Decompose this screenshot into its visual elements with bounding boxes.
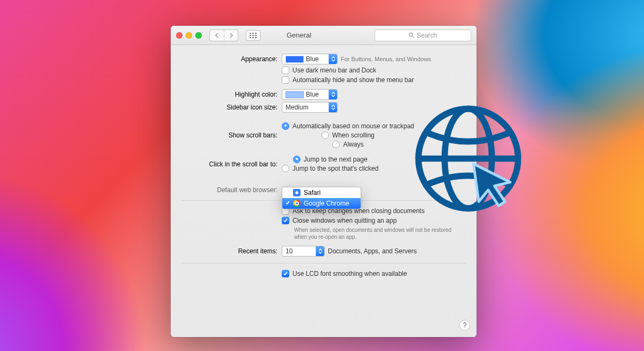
scrollbars-label: Show scroll bars: [171, 131, 282, 139]
sidebar-size-label: Sidebar icon size: [171, 104, 282, 111]
separator [181, 263, 466, 264]
recent-items-popup[interactable]: 10 [282, 246, 325, 257]
default-browser-menu[interactable]: Safari Google Chrome [282, 187, 361, 209]
scrollbars-opt-always[interactable]: Always [332, 141, 363, 148]
svg-point-9 [409, 33, 413, 36]
close-icon[interactable] [176, 32, 182, 39]
browser-option-chrome[interactable]: Google Chrome [282, 198, 361, 209]
back-button[interactable] [210, 30, 224, 41]
chevron-updown-icon [328, 54, 337, 64]
appearance-value: Blue [306, 55, 319, 63]
recent-items-value: 10 [286, 247, 292, 255]
chevron-updown-icon [316, 246, 324, 256]
default-browser-label: Default web browser: [171, 186, 282, 194]
scrollclick-opt-next[interactable]: Jump to the next page [293, 156, 368, 163]
titlebar: General Search [171, 26, 477, 45]
chrome-icon [293, 200, 301, 207]
chevron-updown-icon [328, 103, 337, 112]
blue-swatch-icon [286, 56, 304, 63]
dark-menu-checkbox[interactable]: Use dark menu bar and Dock [282, 67, 376, 74]
scrollbars-opt-scrolling[interactable]: When scrolling [321, 131, 375, 139]
scrollclick-label: Click in the scroll bar to: [171, 160, 282, 168]
close-windows-note: When selected, open documents and window… [294, 226, 455, 240]
check-icon [285, 200, 290, 207]
search-icon [408, 32, 414, 38]
sidebar-size-popup[interactable]: Medium [282, 102, 338, 113]
window-title: General [228, 31, 370, 39]
scrollclick-opt-spot[interactable]: Jump to the spot that's clicked [282, 165, 378, 172]
recent-items-label: Recent items: [171, 247, 282, 255]
appearance-popup[interactable]: Blue [282, 54, 338, 64]
chevron-updown-icon [328, 90, 337, 99]
highlight-popup[interactable]: Blue [282, 89, 338, 100]
close-windows-quit-checkbox[interactable]: Close windows when quitting an app [282, 217, 397, 224]
traffic-lights [176, 32, 202, 39]
lcd-smoothing-checkbox[interactable]: Use LCD font smoothing when available [282, 270, 407, 277]
svg-line-10 [413, 36, 414, 38]
highlight-label: Highlight color: [171, 91, 282, 98]
highlight-value: Blue [306, 91, 319, 98]
recent-items-suffix: Documents, Apps, and Servers [328, 247, 416, 255]
search-placeholder: Search [416, 32, 437, 39]
zoom-icon[interactable] [195, 32, 202, 39]
search-input[interactable]: Search [375, 30, 471, 41]
help-button[interactable]: ? [459, 320, 470, 331]
appearance-hint: For Buttons, Menus, and Windows [341, 56, 431, 62]
browser-option-safari[interactable]: Safari [282, 187, 361, 198]
auto-hide-menu-checkbox[interactable]: Automatically hide and show the menu bar [282, 76, 414, 84]
sidebar-size-value: Medium [286, 104, 309, 111]
minimize-icon[interactable] [186, 32, 192, 39]
highlight-swatch-icon [286, 91, 304, 98]
preferences-content: Appearance: Blue For Buttons, Menus, and… [171, 45, 477, 288]
system-preferences-window: General Search Appearance: Blue For Butt… [171, 26, 477, 337]
safari-icon [293, 189, 301, 196]
appearance-label: Appearance: [171, 55, 282, 63]
scrollbars-opt-auto[interactable]: Automatically based on mouse or trackpad [282, 122, 414, 130]
